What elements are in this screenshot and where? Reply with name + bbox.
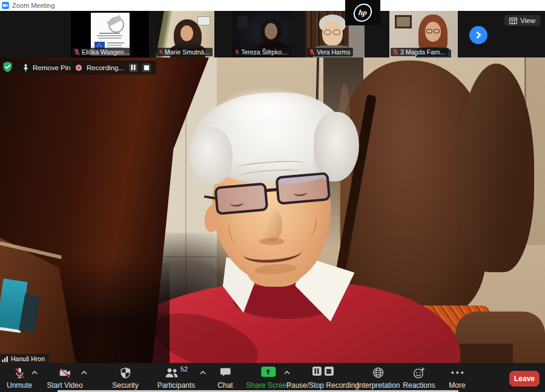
interpretation-label: Interpretation xyxy=(357,381,400,390)
wall-picture xyxy=(197,16,210,25)
muted-mic-icon xyxy=(235,48,239,56)
logo-text-line xyxy=(107,42,124,44)
participants-label: Participants xyxy=(157,381,196,390)
chevron-up-icon[interactable] xyxy=(31,371,38,374)
stop-icon xyxy=(144,65,149,70)
zoom-meeting-window: Zoom Meeting Eliška Waageo... xyxy=(0,0,545,392)
person-face xyxy=(180,25,193,41)
participant-name: 3 Magda Farn... xyxy=(400,48,445,56)
glasses-left-lens xyxy=(214,182,269,215)
glasses-right-lens xyxy=(333,30,340,35)
green-shield-check-icon xyxy=(2,61,13,73)
muted-mic-icon xyxy=(74,48,80,56)
logo-text-line xyxy=(107,45,122,46)
globe-icon xyxy=(372,367,385,379)
pause-stop-recording-button[interactable]: Pause/Stop Recording xyxy=(286,367,359,390)
leave-button[interactable]: Leave xyxy=(509,371,540,387)
view-button-label: View xyxy=(520,17,535,24)
window-titlebar: Zoom Meeting xyxy=(0,0,545,11)
participant-tile-magda[interactable]: 3 Magda Farn... xyxy=(389,11,458,57)
main-video-hanus-hron[interactable]: Remove Pin Recording... Hanuš Hron xyxy=(0,57,545,363)
share-screen-label: Share Screen xyxy=(246,381,290,390)
participant-filmstrip: Eliška Waageo... Marie Smutná... Ter xyxy=(0,11,545,57)
more-button[interactable]: More xyxy=(449,367,465,390)
grid-view-icon xyxy=(509,18,517,24)
participant-name: Eliška Waageo... xyxy=(82,48,129,56)
chevron-up-icon[interactable] xyxy=(200,371,206,374)
participants-button[interactable]: 52 Participants xyxy=(157,367,196,390)
participant-name: Vera Harms xyxy=(317,48,350,56)
logo-text-line xyxy=(99,33,120,34)
glasses-bridge xyxy=(265,188,277,192)
participants-icon xyxy=(165,367,179,379)
person-face xyxy=(265,23,277,39)
participant-name: Tereza Štěpko... xyxy=(241,48,287,56)
pause-icon xyxy=(131,65,136,70)
pause-recording-icon[interactable] xyxy=(312,367,321,376)
hair-right-tuft xyxy=(314,112,359,181)
logo-text-line xyxy=(98,38,121,39)
glasses-right-lens xyxy=(434,29,440,33)
pause-recording-button[interactable] xyxy=(129,64,137,72)
mic-muted-icon xyxy=(13,367,26,379)
chat-bubble-icon xyxy=(219,367,231,378)
window-title: Zoom Meeting xyxy=(12,2,54,9)
participant-name: Marie Smutná... xyxy=(165,48,210,56)
meeting-toolbar: Unmute Start Video Security xyxy=(0,363,545,392)
zoom-app-icon xyxy=(2,2,9,9)
participants-count: 52 xyxy=(180,365,188,373)
shield-icon xyxy=(119,367,131,379)
unmute-label: Unmute xyxy=(7,381,32,390)
glasses-left-lens xyxy=(324,30,331,35)
start-video-button[interactable]: Start Video xyxy=(47,367,82,390)
participant-name-pill: Vera Harms xyxy=(307,48,353,56)
chevron-right-icon xyxy=(475,31,482,39)
security-button[interactable]: Security xyxy=(112,367,138,390)
start-video-label: Start Video xyxy=(47,381,82,390)
remove-pin-button[interactable]: Remove Pin xyxy=(17,61,76,74)
nose xyxy=(262,210,282,241)
next-participants-button[interactable] xyxy=(469,26,487,44)
security-label: Security xyxy=(112,381,138,390)
interpretation-button[interactable]: Interpretation xyxy=(357,367,400,390)
participant-tile-marie[interactable]: Marie Smutná... xyxy=(156,11,214,57)
share-screen-icon xyxy=(261,367,276,377)
hair-left-tuft xyxy=(189,127,233,185)
muted-mic-icon xyxy=(309,48,315,56)
unmute-button[interactable]: Unmute xyxy=(7,367,32,390)
remove-pin-label: Remove Pin xyxy=(33,64,71,71)
participant-name-pill: Marie Smutná... xyxy=(157,48,213,56)
hp-logo: hp xyxy=(352,4,373,22)
glasses-right-lens xyxy=(275,172,331,204)
speaker-name-label: Hanuš Hron xyxy=(0,354,49,363)
more-label: More xyxy=(449,381,465,390)
picture-frame xyxy=(395,15,412,28)
participant-tile-tereza[interactable]: Tereza Štěpko... xyxy=(232,11,292,57)
hair-highlight xyxy=(217,87,317,132)
participant-tile-eliska[interactable]: Eliška Waageo... xyxy=(71,11,149,57)
reactions-button[interactable]: Reactions xyxy=(403,367,435,390)
muted-mic-icon xyxy=(159,48,163,56)
stop-recording-icon[interactable] xyxy=(324,367,333,376)
reactions-label: Reactions xyxy=(403,381,435,390)
stop-recording-button[interactable] xyxy=(142,64,151,72)
participant-name-pill: Tereza Štěpko... xyxy=(233,48,290,56)
side-shelf xyxy=(0,227,76,363)
recording-indicator: Recording... xyxy=(70,60,156,74)
participant-name-pill: Eliška Waageo... xyxy=(72,48,132,56)
smiley-plus-icon xyxy=(413,367,426,379)
chat-label: Chat xyxy=(217,381,233,390)
muted-mic-icon xyxy=(392,48,398,56)
view-button[interactable]: View xyxy=(504,15,540,26)
chevron-up-icon[interactable] xyxy=(81,371,87,374)
glasses-left-lens xyxy=(426,29,432,33)
speaker-name: Hanuš Hron xyxy=(11,355,45,362)
security-shield-badge[interactable] xyxy=(2,61,13,75)
share-screen-button[interactable]: Share Screen xyxy=(246,367,290,390)
audio-level-icon xyxy=(2,356,8,362)
pin-icon xyxy=(22,64,29,72)
logo-text-line xyxy=(97,35,122,36)
video-muted-icon xyxy=(58,367,72,379)
chat-button[interactable]: Chat xyxy=(217,367,233,390)
participant-name-pill: 3 Magda Farn... xyxy=(391,48,448,56)
